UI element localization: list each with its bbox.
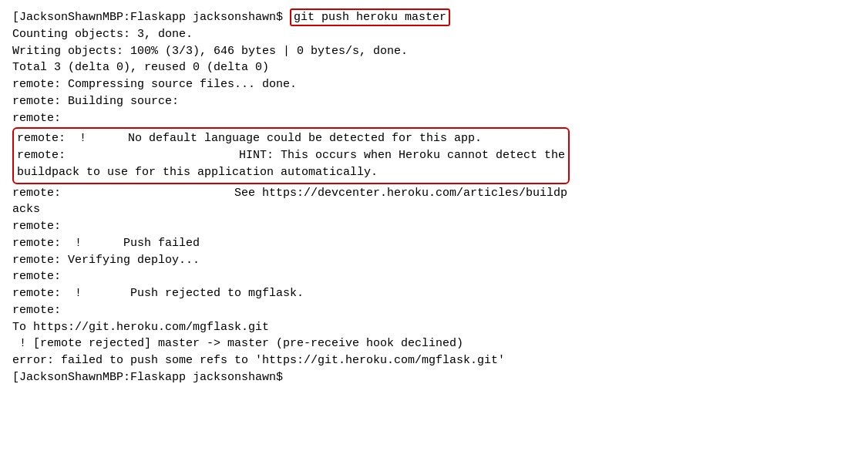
terminal-line-18: remote: <box>12 302 856 319</box>
terminal-container: [JacksonShawnMBP:Flaskapp jacksonshawn$ … <box>12 9 856 386</box>
terminal-line-11: remote: See https://devcenter.heroku.com… <box>12 185 856 202</box>
error-line-1: remote: ! No default language could be d… <box>17 130 565 147</box>
terminal-line-4: Total 3 (delta 0), reused 0 (delta 0) <box>12 59 856 76</box>
terminal-line-14: remote: ! Push failed <box>12 235 856 252</box>
error-line-3: buildpack to use for this application au… <box>17 164 565 181</box>
terminal-line-6: remote: Building source: <box>12 93 856 110</box>
command-highlight: git push heroku master <box>290 8 450 26</box>
error-line-2: remote: HINT: This occurs when Heroku ca… <box>17 147 565 164</box>
terminal-line-5: remote: Compressing source files... done… <box>12 76 856 93</box>
terminal-line-20: ! [remote rejected] master -> master (pr… <box>12 335 856 352</box>
terminal-line-1: [JacksonShawnMBP:Flaskapp jacksonshawn$ … <box>12 9 856 26</box>
terminal-line-2: Counting objects: 3, done. <box>12 26 856 43</box>
terminal-line-17: remote: ! Push rejected to mgflask. <box>12 285 856 302</box>
terminal-line-19: To https://git.heroku.com/mgflask.git <box>12 319 856 336</box>
terminal-line-21: error: failed to push some refs to 'http… <box>12 352 856 369</box>
terminal-line-13: remote: <box>12 218 856 235</box>
prompt-text: [JacksonShawnMBP:Flaskapp jacksonshawn$ <box>12 11 290 24</box>
terminal-line-16: remote: <box>12 268 856 285</box>
terminal-line-3: Writing objects: 100% (3/3), 646 bytes |… <box>12 43 856 60</box>
terminal-line-15: remote: Verifying deploy... <box>12 252 856 269</box>
error-box: remote: ! No default language could be d… <box>12 127 570 184</box>
terminal-line-12: acks <box>12 201 856 218</box>
terminal-line-7: remote: <box>12 110 856 127</box>
terminal-line-22: [JacksonShawnMBP:Flaskapp jacksonshawn$ <box>12 369 856 386</box>
